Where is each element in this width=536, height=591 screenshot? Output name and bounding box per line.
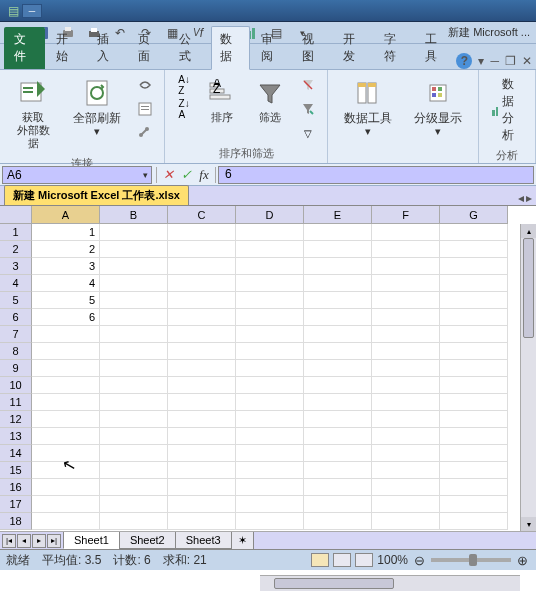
scroll-up-icon[interactable]: ▴ bbox=[521, 224, 536, 238]
row-header-10[interactable]: 10 bbox=[0, 377, 32, 394]
cell-F4[interactable] bbox=[372, 275, 440, 292]
sort-asc-icon[interactable]: A↓Z bbox=[173, 74, 195, 96]
sheet-last-icon[interactable]: ▸| bbox=[47, 534, 61, 548]
cell-D16[interactable] bbox=[236, 479, 304, 496]
sheet-tab-2[interactable]: Sheet2 bbox=[119, 532, 176, 549]
row-header-5[interactable]: 5 bbox=[0, 292, 32, 309]
row-header-17[interactable]: 17 bbox=[0, 496, 32, 513]
reapply-filter-icon[interactable] bbox=[297, 98, 319, 120]
help-icon[interactable]: ? bbox=[456, 53, 472, 69]
cell-E13[interactable] bbox=[304, 428, 372, 445]
wb-prev-icon[interactable]: ◂ bbox=[518, 191, 524, 205]
cell-D8[interactable] bbox=[236, 343, 304, 360]
cell-C4[interactable] bbox=[168, 275, 236, 292]
row-header-18[interactable]: 18 bbox=[0, 513, 32, 530]
tab-review[interactable]: 审阅 bbox=[252, 26, 291, 69]
cell-F8[interactable] bbox=[372, 343, 440, 360]
cell-A7[interactable] bbox=[32, 326, 100, 343]
col-header-D[interactable]: D bbox=[236, 206, 304, 224]
cell-E14[interactable] bbox=[304, 445, 372, 462]
cell-F1[interactable] bbox=[372, 224, 440, 241]
cell-B13[interactable] bbox=[100, 428, 168, 445]
cell-C13[interactable] bbox=[168, 428, 236, 445]
tab-page[interactable]: 页面 bbox=[129, 26, 168, 69]
data-tools-button[interactable]: 数据工具 ▾ bbox=[336, 74, 400, 142]
cell-E7[interactable] bbox=[304, 326, 372, 343]
cell-E12[interactable] bbox=[304, 411, 372, 428]
cell-G16[interactable] bbox=[440, 479, 508, 496]
cell-F10[interactable] bbox=[372, 377, 440, 394]
row-header-7[interactable]: 7 bbox=[0, 326, 32, 343]
cell-A17[interactable] bbox=[32, 496, 100, 513]
cancel-formula-icon[interactable]: ✕ bbox=[159, 166, 177, 184]
cell-E18[interactable] bbox=[304, 513, 372, 530]
tab-view[interactable]: 视图 bbox=[293, 26, 332, 69]
cell-G6[interactable] bbox=[440, 309, 508, 326]
cell-G12[interactable] bbox=[440, 411, 508, 428]
cell-B14[interactable] bbox=[100, 445, 168, 462]
cell-C6[interactable] bbox=[168, 309, 236, 326]
cell-E1[interactable] bbox=[304, 224, 372, 241]
clear-filter-icon[interactable] bbox=[297, 74, 319, 96]
cell-D14[interactable] bbox=[236, 445, 304, 462]
sheet-next-icon[interactable]: ▸ bbox=[32, 534, 46, 548]
cell-B16[interactable] bbox=[100, 479, 168, 496]
cell-E9[interactable] bbox=[304, 360, 372, 377]
cell-F3[interactable] bbox=[372, 258, 440, 275]
select-all-corner[interactable] bbox=[0, 206, 32, 224]
col-header-B[interactable]: B bbox=[100, 206, 168, 224]
cell-A16[interactable] bbox=[32, 479, 100, 496]
minimize-button[interactable]: ─ bbox=[22, 4, 42, 18]
tab-home[interactable]: 开始 bbox=[47, 26, 86, 69]
row-header-12[interactable]: 12 bbox=[0, 411, 32, 428]
cell-D15[interactable] bbox=[236, 462, 304, 479]
get-external-data-button[interactable]: 获取 外部数据 bbox=[8, 74, 59, 154]
cell-E3[interactable] bbox=[304, 258, 372, 275]
cell-G9[interactable] bbox=[440, 360, 508, 377]
cell-G2[interactable] bbox=[440, 241, 508, 258]
row-header-9[interactable]: 9 bbox=[0, 360, 32, 377]
tab-tools[interactable]: 工具 bbox=[416, 26, 455, 69]
cell-E6[interactable] bbox=[304, 309, 372, 326]
cell-F2[interactable] bbox=[372, 241, 440, 258]
cell-D3[interactable] bbox=[236, 258, 304, 275]
properties-icon[interactable] bbox=[134, 98, 156, 120]
cell-A2[interactable]: 2 bbox=[32, 241, 100, 258]
fx-button[interactable]: fx bbox=[195, 166, 213, 184]
cell-D1[interactable] bbox=[236, 224, 304, 241]
cell-A11[interactable] bbox=[32, 394, 100, 411]
cell-A10[interactable] bbox=[32, 377, 100, 394]
cell-C7[interactable] bbox=[168, 326, 236, 343]
outline-button[interactable]: 分级显示 ▾ bbox=[406, 74, 470, 142]
cell-B9[interactable] bbox=[100, 360, 168, 377]
tab-char[interactable]: 字符 bbox=[375, 26, 414, 69]
cell-G14[interactable] bbox=[440, 445, 508, 462]
refresh-all-button[interactable]: 全部刷新 ▾ bbox=[65, 74, 128, 142]
cell-A14[interactable] bbox=[32, 445, 100, 462]
cell-C3[interactable] bbox=[168, 258, 236, 275]
cell-C18[interactable] bbox=[168, 513, 236, 530]
view-layout-icon[interactable] bbox=[333, 553, 351, 567]
name-box[interactable]: A6 bbox=[2, 166, 152, 184]
cell-E11[interactable] bbox=[304, 394, 372, 411]
cell-G8[interactable] bbox=[440, 343, 508, 360]
tab-data[interactable]: 数据 bbox=[211, 26, 250, 70]
cell-A1[interactable]: 1 bbox=[32, 224, 100, 241]
cell-A15[interactable] bbox=[32, 462, 100, 479]
cell-E4[interactable] bbox=[304, 275, 372, 292]
cell-A3[interactable]: 3 bbox=[32, 258, 100, 275]
row-header-3[interactable]: 3 bbox=[0, 258, 32, 275]
row-header-8[interactable]: 8 bbox=[0, 343, 32, 360]
cell-A8[interactable] bbox=[32, 343, 100, 360]
tab-develop[interactable]: 开发 bbox=[334, 26, 373, 69]
app-menu-icon[interactable]: ▤ bbox=[4, 3, 22, 19]
cell-C14[interactable] bbox=[168, 445, 236, 462]
cell-E8[interactable] bbox=[304, 343, 372, 360]
scroll-down-icon[interactable]: ▾ bbox=[521, 517, 536, 531]
cell-F7[interactable] bbox=[372, 326, 440, 343]
col-header-F[interactable]: F bbox=[372, 206, 440, 224]
cell-A13[interactable] bbox=[32, 428, 100, 445]
row-header-4[interactable]: 4 bbox=[0, 275, 32, 292]
cell-D17[interactable] bbox=[236, 496, 304, 513]
row-header-11[interactable]: 11 bbox=[0, 394, 32, 411]
